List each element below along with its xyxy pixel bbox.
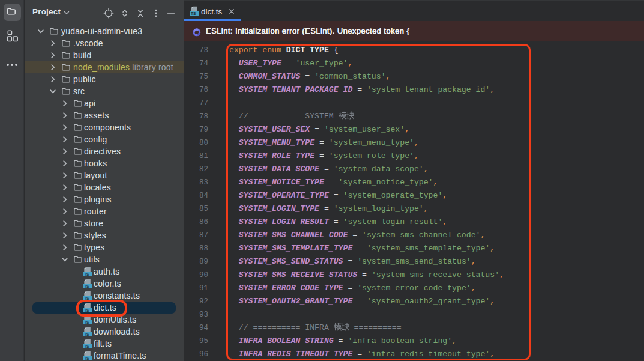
svg-text:TS: TS	[84, 284, 89, 288]
svg-text:TS: TS	[84, 272, 89, 276]
svg-text:TS: TS	[84, 320, 89, 324]
svg-text:TS: TS	[84, 344, 89, 348]
svg-text:TS: TS	[191, 11, 196, 16]
svg-text:TS: TS	[84, 332, 89, 336]
svg-text:TS: TS	[84, 356, 89, 360]
